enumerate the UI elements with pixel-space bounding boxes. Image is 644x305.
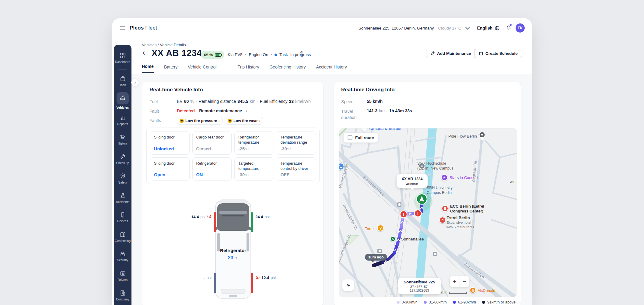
sidebar-item-checkup[interactable]: Check up: [114, 149, 131, 169]
language-selector[interactable]: English: [477, 26, 500, 31]
task-status-dot: [275, 54, 277, 56]
sbahn-logo[interactable]: S: [390, 236, 396, 242]
sidebar-item-dashboard[interactable]: Dashboard: [114, 48, 131, 68]
tab-vehicle-control[interactable]: Vehicle Control: [188, 65, 216, 72]
app-logo: Pleos Fleet: [130, 25, 157, 31]
speed-label: Speed: [341, 99, 353, 104]
vehicle-tooltip: XX AB 1234 48km/h: [397, 174, 428, 188]
hamburger-menu-icon[interactable]: [120, 26, 125, 30]
wrench-icon: [430, 51, 435, 56]
tire-front-right-reading: 24.4psi: [255, 215, 270, 219]
legend-item: 91km/h or above: [482, 300, 516, 304]
poi-pin-pole-flow[interactable]: [478, 131, 486, 141]
sidebar-item-safety[interactable]: Safety: [114, 169, 131, 188]
poi-icon-ecc[interactable]: [442, 205, 448, 212]
driver-id-icon: [120, 270, 126, 277]
transit-stop-icon: [377, 249, 382, 253]
tire-rear-left-reading: –psi: [169, 275, 212, 280]
sidebar-item-security[interactable]: Security: [114, 247, 131, 266]
status-card-targeted-temp: Targeted temperature-30°C: [234, 157, 274, 181]
realtime-driving-info-card: Real-time Driving Info Speed 55 km/h Tra…: [334, 82, 521, 305]
tab-battery[interactable]: Battery: [164, 65, 177, 72]
tab-trip-history[interactable]: Trip History: [237, 65, 259, 72]
poi-icon-mcdonald[interactable]: [470, 287, 476, 293]
sidebar-item-reports[interactable]: Reports: [114, 110, 131, 130]
fault-chip-tire-pressure[interactable]: Low tire pressure ›: [177, 117, 222, 124]
poi-icon-estrel[interactable]: [439, 217, 446, 223]
map-canvas[interactable]: ! ! Sonnenallee Sonnenallee Mareschstraß…: [339, 128, 517, 297]
add-maintenance-button[interactable]: Add Maintenance: [426, 49, 475, 58]
sidebar-item-vehicles[interactable]: Vehicles: [114, 91, 131, 110]
poi-srh-hochschule[interactable]: SRH Hochschule(Berlin) New Campus: [384, 161, 417, 166]
breadcrumb: Vehicles / Vehicle Details: [142, 43, 186, 47]
sidebar-item-devices[interactable]: Devices: [114, 208, 131, 227]
sidebar-item-history[interactable]: History: [114, 130, 131, 149]
vehicle-info-title: Real-time Vehicle Info: [149, 87, 203, 93]
locate-me-button[interactable]: [342, 279, 354, 291]
chevron-down-icon[interactable]: [465, 25, 470, 30]
zoom-out-button[interactable]: −: [460, 276, 470, 287]
poi-sbahn-sonnenallee[interactable]: S Sonnenallee: [397, 237, 424, 242]
fault-value: Detected Remote maintenance ›: [177, 108, 247, 113]
status-card-refrigerator-temp: Refrigerator temperature-25°C: [234, 131, 274, 155]
time-ago-badge: 10m ago: [365, 254, 387, 261]
notifications-bell-icon[interactable]: [506, 25, 511, 31]
poi-mcdonald[interactable]: McDonald: [478, 288, 495, 293]
panel-expander-button[interactable]: ›: [131, 79, 139, 86]
sidebar-item-accidents[interactable]: Accidents: [114, 188, 131, 208]
status-card-refrigerator-power: RefrigeratorON: [192, 157, 232, 181]
faults-label: Faults: [149, 118, 161, 123]
tpms-warning-icon: [207, 215, 212, 219]
poi-yamaha-suzuki[interactable]: Yamaha & Suzuki: [369, 128, 401, 131]
transit-stop-icon: [433, 252, 437, 256]
weather-text: Cloudy 17°C: [438, 26, 461, 30]
poi-pole-flow-berlin[interactable]: Pole Flow Berlin: [434, 134, 477, 139]
map-zoom-controls: + −: [450, 276, 470, 287]
sidebar-item-task[interactable]: Task: [114, 72, 131, 91]
map-base-layer: ! !: [339, 128, 517, 297]
notification-dot: [510, 24, 512, 26]
travel-duration-value: 141.3km · 1h 43m 33s: [367, 108, 412, 113]
breadcrumb-root[interactable]: Vehicles: [142, 43, 156, 47]
sidebar-divider: [118, 69, 127, 70]
avatar[interactable]: FK: [516, 23, 525, 33]
history-route-icon: [120, 134, 126, 140]
remote-maintenance-link[interactable]: Remote maintenance: [199, 108, 242, 113]
tire-rear-right-reading: 12.4psi: [255, 275, 276, 280]
calendar-icon: [479, 51, 483, 56]
full-route-toggle[interactable]: Full route: [343, 132, 378, 143]
poi-icon-school[interactable]: 🎓︎: [418, 163, 425, 169]
realtime-vehicle-info-card: Real-time Vehicle Info Fuel EV60% · Rema…: [142, 82, 324, 305]
poi-icon-stars[interactable]: ★: [441, 174, 448, 181]
sidebar-item-geofencing[interactable]: Geofencing: [114, 227, 131, 247]
fault-chip-tire-wear[interactable]: Low tire wear ›: [225, 117, 263, 124]
tab-accident-history[interactable]: Accident History: [316, 65, 347, 72]
lock-icon: [120, 251, 126, 257]
poi-stars-in-concert[interactable]: Stars in Concert: [450, 175, 478, 180]
back-button[interactable]: ‹: [142, 49, 145, 57]
globe-icon: [495, 26, 500, 31]
tab-home[interactable]: Home: [142, 64, 154, 73]
lock-open-icon[interactable]: [299, 51, 304, 57]
poi-icon-cocktail[interactable]: [377, 225, 384, 231]
device-phone-icon: [120, 212, 126, 218]
map-text-fragment: wir: [510, 180, 515, 184]
create-schedule-button[interactable]: Create Schedule: [474, 49, 522, 58]
sidebar-item-drivers[interactable]: Drivers: [114, 266, 131, 286]
zoom-in-button[interactable]: +: [450, 276, 460, 287]
navigation-arrow-icon: [346, 283, 351, 288]
chevron-right-icon[interactable]: ›: [246, 109, 247, 113]
sidebar: Dashboard Task Vehicles Reports History …: [114, 45, 131, 305]
legend-item: 31-60km/h: [424, 300, 447, 304]
fault-label: Fault: [149, 109, 159, 114]
sidebar-item-company[interactable]: Company: [114, 286, 131, 305]
poi-torte[interactable]: Torte: [365, 226, 374, 231]
dashboard-icon: [120, 52, 126, 59]
top-header: Pleos Fleet Sonnenallee 225, 12057 Berli…: [112, 18, 532, 38]
travel-duration-label: Travel duration: [341, 109, 363, 121]
status-card-cargo-rear-door: Cargo rear doorClosed: [192, 131, 232, 155]
full-route-checkbox[interactable]: [348, 135, 352, 140]
driving-info-title: Real-time Driving Info: [341, 87, 395, 93]
tab-geofencing-history[interactable]: Geofencing History: [269, 65, 306, 72]
tire-front-left-reading: 14.4psi: [169, 215, 212, 219]
